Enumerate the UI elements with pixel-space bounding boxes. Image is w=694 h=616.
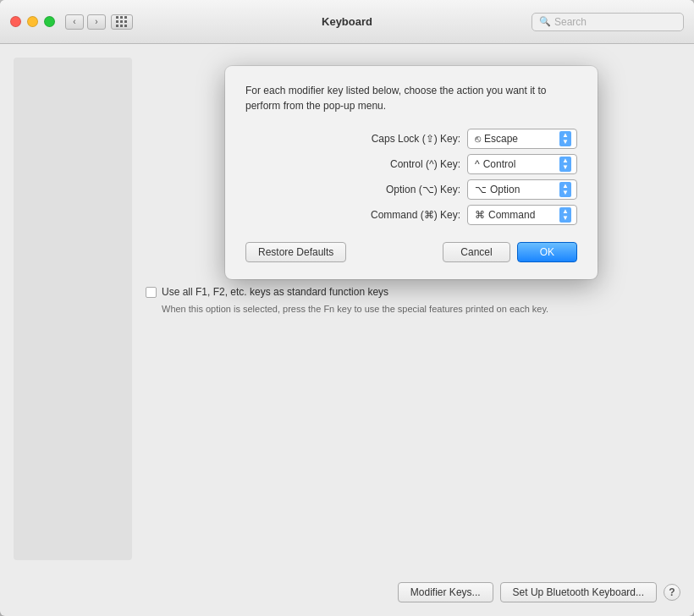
main-content: For each modifier key listed below, choo… bbox=[0, 44, 694, 574]
window-title: Keyboard bbox=[322, 15, 372, 28]
option-arrows: ▲▼ bbox=[559, 182, 571, 197]
caps-lock-select[interactable]: ⎋ Escape ▲▼ bbox=[467, 129, 577, 149]
grid-icon bbox=[116, 16, 128, 28]
command-select[interactable]: ⌘ Command ▲▼ bbox=[467, 205, 577, 225]
command-label: Command (⌘) Key: bbox=[333, 209, 460, 221]
center-content: For each modifier key listed below, choo… bbox=[142, 58, 680, 560]
option-value: ⌥ Option bbox=[475, 184, 520, 195]
forward-button[interactable]: › bbox=[87, 14, 106, 30]
control-select[interactable]: ^ Control ▲▼ bbox=[467, 154, 577, 174]
search-icon: 🔍 bbox=[539, 16, 551, 27]
maximize-button[interactable] bbox=[44, 16, 55, 27]
search-box[interactable]: 🔍 bbox=[532, 13, 684, 31]
bluetooth-keyboard-button[interactable]: Set Up Bluetooth Keyboard... bbox=[500, 582, 657, 602]
table-row: Option (⌥) Key: ⌥ Option ▲▼ bbox=[245, 179, 577, 200]
command-value: ⌘ Command bbox=[475, 209, 535, 221]
caps-lock-value: ⎋ Escape bbox=[475, 133, 518, 145]
modal-dialog: For each modifier key listed below, choo… bbox=[225, 66, 598, 279]
window-bottom-bar: Modifier Keys... Set Up Bluetooth Keyboa… bbox=[0, 574, 694, 616]
grid-button[interactable] bbox=[111, 14, 133, 30]
option-select[interactable]: ⌥ Option ▲▼ bbox=[467, 179, 577, 200]
modifier-keys-button[interactable]: Modifier Keys... bbox=[398, 582, 493, 602]
modal-overlay: For each modifier key listed below, choo… bbox=[142, 58, 680, 560]
back-button[interactable]: ‹ bbox=[65, 14, 84, 30]
ok-button[interactable]: OK bbox=[517, 242, 577, 262]
search-input[interactable] bbox=[554, 16, 676, 28]
traffic-lights bbox=[10, 16, 55, 27]
modal-description: For each modifier key listed below, choo… bbox=[245, 83, 577, 113]
modal-right-buttons: Cancel OK bbox=[443, 242, 577, 262]
sidebar bbox=[14, 58, 132, 560]
cancel-button[interactable]: Cancel bbox=[443, 242, 509, 262]
minimize-button[interactable] bbox=[27, 16, 38, 27]
modal-buttons: Restore Defaults Cancel OK bbox=[245, 242, 577, 262]
close-button[interactable] bbox=[10, 16, 21, 27]
control-value: ^ Control bbox=[475, 158, 515, 170]
help-button[interactable]: ? bbox=[664, 584, 680, 601]
control-arrows: ▲▼ bbox=[559, 157, 571, 172]
command-arrows: ▲▼ bbox=[559, 207, 571, 223]
option-label: Option (⌥) Key: bbox=[333, 184, 460, 195]
restore-defaults-button[interactable]: Restore Defaults bbox=[245, 242, 346, 262]
key-rows: Caps Lock (⇪) Key: ⎋ Escape ▲▼ bbox=[245, 129, 577, 225]
keyboard-window: ‹ › Keyboard 🔍 For each modifier key lis… bbox=[0, 0, 694, 616]
table-row: Command (⌘) Key: ⌘ Command ▲▼ bbox=[245, 205, 577, 225]
control-label: Control (^) Key: bbox=[333, 158, 460, 170]
titlebar: ‹ › Keyboard 🔍 bbox=[0, 0, 694, 44]
caps-lock-label: Caps Lock (⇪) Key: bbox=[333, 133, 460, 145]
table-row: Control (^) Key: ^ Control ▲▼ bbox=[245, 154, 577, 174]
caps-lock-arrows: ▲▼ bbox=[559, 131, 571, 146]
table-row: Caps Lock (⇪) Key: ⎋ Escape ▲▼ bbox=[245, 129, 577, 149]
nav-buttons: ‹ › bbox=[65, 14, 106, 30]
